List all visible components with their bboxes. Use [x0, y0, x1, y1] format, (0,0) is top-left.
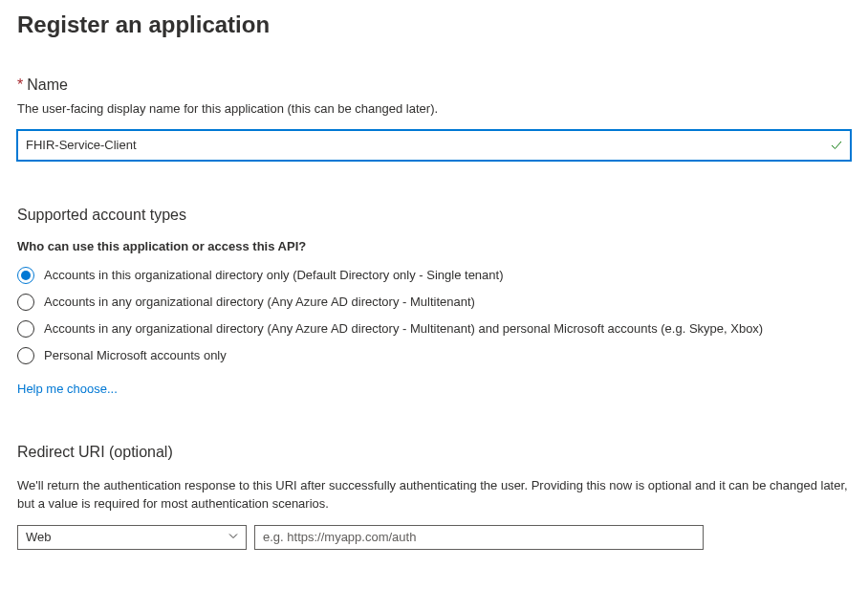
- account-types-title: Supported account types: [17, 207, 851, 224]
- account-type-option-1[interactable]: Accounts in any organizational directory…: [17, 294, 851, 311]
- radio-label: Personal Microsoft accounts only: [44, 348, 227, 362]
- account-types-question: Who can use this application or access t…: [17, 239, 851, 253]
- required-indicator-icon: *: [17, 76, 23, 93]
- redirect-uri-title: Redirect URI (optional): [17, 444, 851, 461]
- account-type-option-2[interactable]: Accounts in any organizational directory…: [17, 320, 851, 338]
- platform-select-wrap: Web: [17, 525, 247, 550]
- radio-label: Accounts in any organizational directory…: [44, 295, 475, 309]
- platform-select[interactable]: Web: [17, 525, 247, 550]
- name-label-text: Name: [27, 76, 68, 93]
- redirect-uri-description: We'll return the authentication response…: [17, 476, 851, 514]
- page-title: Register an application: [17, 11, 851, 38]
- redirect-uri-row: Web: [17, 525, 851, 550]
- name-description: The user-facing display name for this ap…: [17, 99, 851, 119]
- radio-icon: [17, 320, 34, 338]
- platform-selected-value: Web: [26, 530, 52, 544]
- radio-label: Accounts in any organizational directory…: [44, 321, 763, 336]
- app-name-input[interactable]: [17, 130, 851, 161]
- account-type-option-0[interactable]: Accounts in this organizational director…: [17, 267, 851, 284]
- account-type-option-3[interactable]: Personal Microsoft accounts only: [17, 347, 851, 364]
- help-me-choose-link[interactable]: Help me choose...: [17, 382, 118, 396]
- redirect-uri-input[interactable]: [254, 525, 704, 550]
- account-types-radio-group: Accounts in this organizational director…: [17, 267, 851, 364]
- radio-icon: [17, 294, 34, 311]
- name-input-wrap: [17, 130, 851, 161]
- radio-label: Accounts in this organizational director…: [44, 268, 504, 282]
- radio-icon: [17, 347, 34, 364]
- name-label: *Name: [17, 76, 851, 94]
- radio-icon: [17, 267, 34, 284]
